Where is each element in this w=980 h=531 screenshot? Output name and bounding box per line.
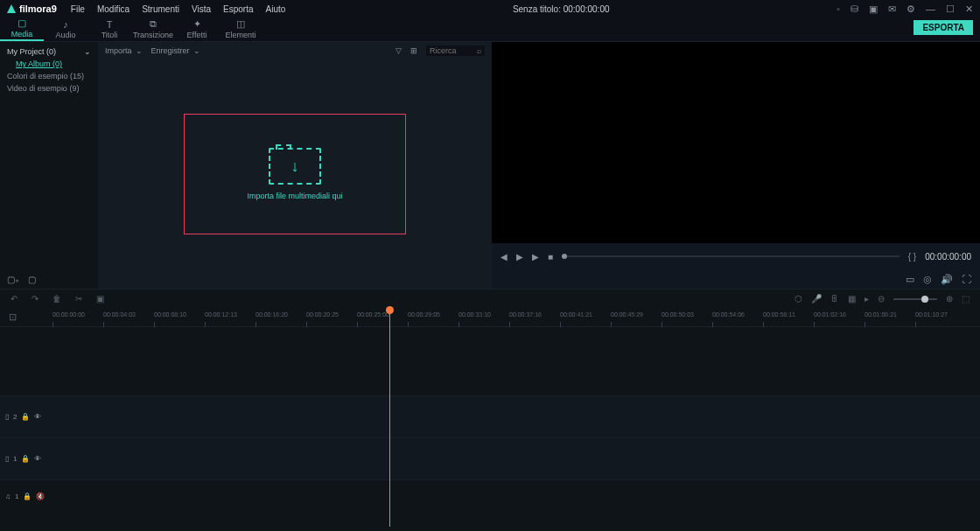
menu-view[interactable]: Vista — [192, 4, 211, 14]
track-body[interactable] — [42, 396, 980, 437]
tab-elements-label: Elementi — [225, 31, 256, 39]
sidebar-project[interactable]: My Project (0)⌄ — [0, 45, 98, 58]
timeline: ⊡ 00:00:00:0000:00:04:0300:00:08:1000:00… — [0, 308, 980, 513]
menu-edit[interactable]: Modifica — [97, 4, 130, 14]
tab-titles[interactable]: TTitoli — [88, 17, 131, 41]
menu-help[interactable]: Aiuto — [266, 4, 286, 14]
split-button[interactable]: ✂ — [75, 294, 82, 304]
redo-button[interactable]: ↷ — [32, 294, 38, 304]
tab-effects-label: Effetti — [187, 31, 207, 39]
user-icon[interactable]: ◦ — [836, 3, 840, 14]
stop-button[interactable]: ■ — [548, 252, 553, 262]
ruler-mark: 00:01:06:21 — [864, 311, 897, 318]
export-button[interactable]: ESPORTA — [914, 20, 973, 35]
preview-scrubber[interactable] — [562, 255, 900, 257]
tab-effects[interactable]: ✦Effetti — [175, 17, 219, 41]
sidebar-album[interactable]: My Album (0) — [0, 58, 98, 70]
zoom-out-icon[interactable]: ⊖ — [878, 294, 885, 304]
lock-icon[interactable]: 🔒 — [21, 413, 30, 421]
new-folder-icon[interactable]: ▢₊ — [7, 275, 19, 284]
lock-icon[interactable]: 🔒 — [21, 455, 30, 463]
video-track-1[interactable]: ▯ 1 🔒 👁 — [0, 437, 980, 479]
menu-tools[interactable]: Strumenti — [142, 4, 179, 14]
fullscreen-icon[interactable]: ⛶ — [962, 274, 971, 284]
crop-button[interactable]: ▣ — [96, 294, 104, 304]
app-name: filmora9 — [19, 3, 57, 14]
import-dropdown[interactable]: Importa⌄ — [105, 46, 143, 55]
cart-icon[interactable]: ⛁ — [850, 3, 858, 15]
next-frame-button[interactable]: ▶ — [532, 252, 539, 262]
preview-video[interactable] — [492, 42, 980, 243]
menu-file[interactable]: File — [71, 4, 85, 14]
audio-track-1[interactable]: ♫ 1 🔒 🔇 — [0, 479, 980, 513]
video-track-2[interactable]: ▯ 2 🔒 👁 — [0, 395, 980, 437]
play-button[interactable]: ▶ — [516, 252, 523, 262]
track-head: ♫ 1 🔒 🔇 — [0, 493, 42, 500]
panel-tabs: ▢Media ♪Audio TTitoli ⧉Transizione ✦Effe… — [0, 17, 980, 42]
record-dropdown[interactable]: Enregistrer⌄ — [151, 46, 200, 55]
effects-icon: ✦ — [193, 18, 201, 30]
display-icon[interactable]: ▭ — [906, 274, 914, 285]
tab-transition[interactable]: ⧉Transizione — [131, 17, 175, 41]
track-head: ▯ 2 🔒 👁 — [0, 413, 42, 421]
visibility-icon[interactable]: 👁 — [34, 413, 41, 421]
folder-icon[interactable]: ▢ — [28, 275, 36, 284]
minimize-icon[interactable]: — — [926, 3, 935, 14]
lock-icon[interactable]: 🔒 — [23, 493, 32, 500]
filter-icon[interactable]: ▽ — [396, 46, 402, 55]
search-box[interactable]: ⌕ — [426, 45, 485, 56]
chevron-down-icon: ⌄ — [84, 47, 91, 56]
audio-track-icon: ♫ — [5, 493, 10, 500]
sidebar-videos[interactable]: Video di esempio (9) — [0, 82, 98, 94]
zoom-in-icon[interactable]: ⊕ — [946, 294, 953, 304]
close-icon[interactable]: ✕ — [965, 3, 973, 15]
video-track-icon: ▯ — [5, 413, 9, 421]
tab-elements[interactable]: ◫Elementi — [219, 17, 262, 41]
sidebar-colors[interactable]: Colori di esempio (15) — [0, 70, 98, 82]
messages-icon[interactable]: ✉ — [888, 3, 896, 15]
ruler-mark: 00:00:50:03 — [662, 311, 694, 318]
ruler-mark: 00:00:00:00 — [52, 311, 85, 318]
marker-icon[interactable]: ⬡ — [794, 294, 802, 304]
sidebar-project-label: My Project (0) — [7, 47, 56, 56]
tracks-area: ▯ 2 🔒 👁 ▯ 1 🔒 👁 ♫ 1 🔒 🔇 — [0, 327, 980, 513]
track-label: 1 — [15, 493, 18, 500]
video-track-icon: ▯ — [5, 455, 9, 463]
import-dropzone[interactable]: ↓ Importa file multimediali qui — [184, 114, 406, 234]
dropzone-area: ↓ Importa file multimediali qui — [98, 59, 492, 289]
grid-view-icon[interactable]: ⊞ — [410, 46, 417, 55]
music-icon: ♪ — [63, 19, 68, 30]
media-panel: Importa⌄ Enregistrer⌄ ▽ ⊞ ⌕ ↓ Importa fi… — [98, 42, 492, 289]
menu-export[interactable]: Esporta — [223, 4, 253, 14]
mixer-icon[interactable]: 🎚 — [830, 294, 839, 304]
visibility-icon[interactable]: 👁 — [34, 455, 41, 463]
prev-frame-button[interactable]: ◀ — [500, 252, 508, 262]
ruler-mark: 00:00:45:29 — [611, 311, 643, 318]
tab-titles-label: Titoli — [102, 31, 118, 39]
cloud-icon[interactable]: ▣ — [869, 3, 878, 15]
track-body[interactable] — [42, 480, 980, 513]
window-controls: ◦ ⛁ ▣ ✉ ⚙ — ☐ ✕ — [836, 3, 973, 15]
tab-media[interactable]: ▢Media — [0, 17, 44, 41]
adjust-icon[interactable]: ▦ — [848, 294, 856, 304]
track-label: 2 — [13, 413, 17, 421]
zoom-slider[interactable] — [893, 298, 937, 300]
undo-button[interactable]: ↶ — [10, 294, 18, 304]
app-logo: filmora9 — [7, 3, 57, 14]
ruler-mark: 00:00:20:25 — [306, 311, 339, 318]
search-input[interactable] — [430, 46, 473, 55]
timeline-ruler[interactable]: ⊡ 00:00:00:0000:00:04:0300:00:08:1000:00… — [0, 308, 980, 327]
volume-icon[interactable]: 🔊 — [941, 274, 953, 285]
settings-icon[interactable]: ⚙ — [906, 3, 915, 15]
snapshot-icon[interactable]: ◎ — [923, 274, 932, 285]
delete-button[interactable]: 🗑 — [52, 294, 61, 304]
track-body[interactable] — [42, 438, 980, 479]
mic-icon[interactable]: 🎤 — [811, 294, 822, 304]
tab-audio[interactable]: ♪Audio — [44, 17, 88, 41]
timeline-scope-icon[interactable]: ⊡ — [9, 311, 17, 323]
maximize-icon[interactable]: ☐ — [946, 3, 955, 15]
playhead[interactable] — [389, 308, 390, 527]
ruler-mark: 00:00:33:10 — [458, 311, 491, 318]
zoom-fit-icon[interactable]: ⬚ — [962, 294, 970, 304]
render-icon[interactable]: ▸ — [864, 294, 869, 304]
